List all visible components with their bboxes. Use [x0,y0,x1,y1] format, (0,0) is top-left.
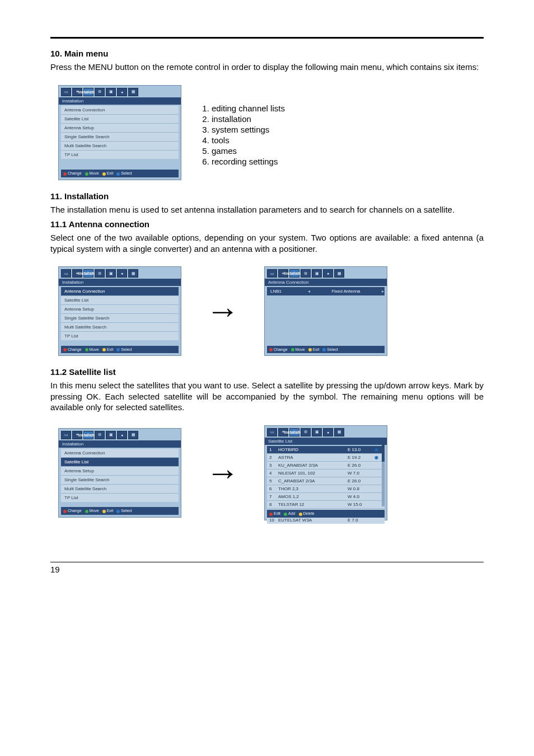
crumb: Satellite List [265,438,387,445]
footer-delete: Delete [299,511,315,515]
tab-icon-4: ▣ [106,88,116,96]
footer-exit: Exit [102,509,114,513]
crumb: Installation [59,440,181,448]
yellow-dot-icon [299,513,302,516]
sat-num: 4 [269,471,278,476]
sat-name: HOTBIRD [278,447,348,452]
red-dot-icon [269,513,273,516]
section-11-1-row: ▭ ✦ Installation ⚙ ▣ ● ▦ Installation An… [50,259,484,364]
feature-list-10: editing channel lists installation syste… [200,103,285,167]
footer-select: Select [116,171,132,175]
green-dot-icon [291,348,294,351]
footer-move: Move [85,171,99,175]
menu-item: TP List [61,493,179,502]
sat-pos: E 7.0 [348,518,374,523]
tab-installation: Installation [83,269,93,278]
scroll-thumb [382,443,385,462]
sat-row: 3KU_ARABSAT 2/3AE 26.0 [267,461,385,469]
menu-item: Single Satellite Search [61,475,179,484]
footer-change: Change [63,348,82,351]
footer-move: Move [85,509,99,513]
tabbar: ▭ ✦ Installation ⚙ ▣ ● ▦ [59,429,181,440]
sat-pos: W 7.0 [348,471,374,476]
heading-11: 11. Installation [50,191,484,201]
sat-mark-icon: ◉ [374,455,382,460]
lnb-row: LNB1 ◂ Fixed Antenna ▸ [267,287,385,295]
sat-pos: W 0.8 [348,486,374,491]
green-dot-icon [85,510,88,513]
menu-item: Multi Satellite Search [61,141,179,150]
screenshot-11-1-right: ▭ ✦ Installation ⚙ ▣ ● ▦ Antenna Connect… [256,259,395,364]
tab-icon-1: ▭ [61,88,71,96]
scrollbar [382,443,385,506]
footer-exit: Exit [308,348,320,351]
sat-pos: E 13.0 [348,447,374,452]
green-dot-icon [284,513,287,516]
panel-footer: Change Move Exit Select [267,346,385,353]
red-dot-icon [63,172,67,176]
tab-icon-6: ▦ [334,428,344,436]
menu-item: Antenna Setup [61,123,179,132]
panel-footer: Change Move Exit Select [61,346,179,353]
tabbar: ▭ ✦ Installation ⚙ ▣ ● ▦ [265,267,387,279]
footer-exit: Exit [102,348,114,351]
tab-icon-5: ● [323,428,333,436]
yellow-dot-icon [102,172,106,176]
feature-item: installation [212,114,285,124]
tabbar: ▭ ✦ Installation ⚙ ▣ ● ▦ [265,426,387,438]
sat-name: ASTRA [278,455,348,460]
intro-11-1: Select one of the two available options,… [50,232,484,254]
tab-icon-6: ▦ [128,431,138,439]
screenshot-11-2-right: ▭ ✦ Installation ⚙ ▣ ● ▦ Satellite List … [256,417,395,528]
sat-row: 6THOR 2,3W 0.8 [267,485,385,492]
tab-icon-1: ▭ [267,269,277,278]
tab-installation: Installation [289,428,299,436]
menu-item: Multi Satellite Search [61,322,179,331]
menu-item: Antenna Setup [61,304,179,313]
blue-dot-icon [116,172,120,176]
footer-select: Select [116,348,132,351]
feature-item: system settings [212,124,285,135]
intro-11: The installation menu is used to set ant… [50,204,484,215]
red-dot-icon [63,348,67,351]
sat-name: TELSTAR 12 [278,502,348,507]
page-number-text: 19 [50,565,60,574]
crumb: Antenna Connection [265,279,387,286]
screenshot-10: ▭ ✦ Installation ⚙ ▣ ● ▦ Installation An… [50,77,189,188]
panel-sat-list: ▭ ✦ Installation ⚙ ▣ ● ▦ Satellite List … [264,425,387,520]
footer-change: Change [63,171,82,175]
footer-move: Move [291,348,305,351]
tab-icon-4: ▣ [106,431,116,439]
spacer [265,297,387,325]
tab-icon-5: ● [117,88,127,96]
sat-row: 5C_ARABSAT 2/3AE 26.0 [267,477,385,485]
blue-dot-icon [116,348,120,351]
footer-change: Change [269,348,288,351]
panel-install-left: ▭ ✦ Installation ⚙ ▣ ● ▦ Installation An… [58,266,181,356]
menu-list: Antenna Connection Satellite List Antenn… [61,449,179,502]
tab-icon-4: ▣ [106,269,116,278]
screenshot-11-2-left: ▭ ✦ Installation ⚙ ▣ ● ▦ Installation An… [50,420,189,525]
sat-name: AMOS 1,2 [278,494,348,499]
tab-icon-4: ▣ [312,269,322,278]
menu-list: Antenna Connection Satellite List Antenn… [61,106,179,159]
intro-10: Press the MENU button on the remote cont… [50,62,484,73]
green-dot-icon [85,172,88,176]
blue-dot-icon [116,510,120,513]
tab-icon-6: ▦ [334,269,344,278]
menu-item: Single Satellite Search [61,132,179,141]
sat-num: 8 [269,502,278,507]
tab-installation: Installation [289,269,299,278]
sat-row: 7AMOS 1,2W 4.0 [267,492,385,500]
sat-num: 6 [269,486,278,491]
panel-footer-sat: Edit Add Delete [267,510,385,517]
sat-num: 7 [269,494,278,499]
tab-icon-1: ▭ [61,431,71,439]
sep-right-icon: ▸ [381,287,385,295]
sat-mark-icon: ◉ [374,447,382,452]
tab-icon-3: ⚙ [95,88,105,96]
sat-name: THOR 2,3 [278,486,348,491]
footer-rule [50,562,484,562]
sat-pos: E 26.0 [348,463,374,468]
footer-select: Select [322,348,338,351]
